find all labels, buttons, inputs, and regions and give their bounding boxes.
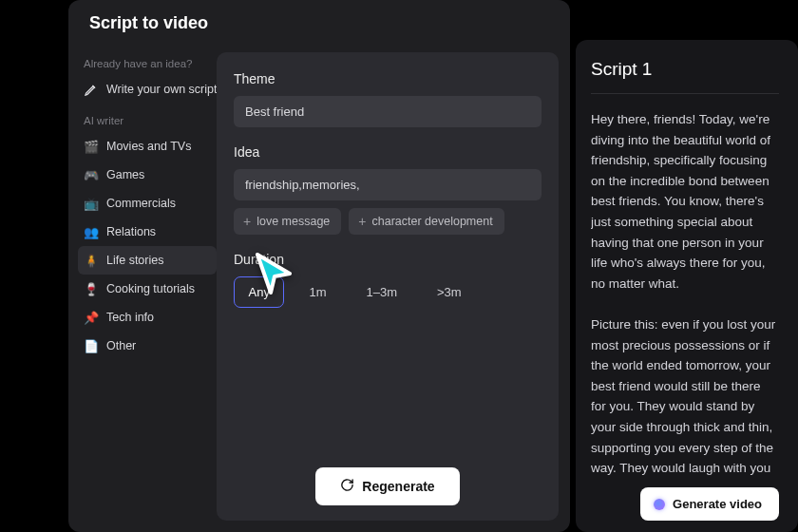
sparkle-icon [654,499,665,510]
sidebar-item-games[interactable]: 🎮Games [78,161,217,189]
panel-title: Script to video [89,13,549,33]
duration-label: Duration [234,252,542,267]
theme-label: Theme [234,71,542,86]
duration-option[interactable]: >3m [422,276,477,308]
generate-label: Generate video [673,497,762,511]
script-to-video-panel: Script to video Already have an idea? Wr… [68,0,570,532]
script-title: Script 1 [591,59,779,80]
panel-body: Already have an idea? Write your own scr… [68,45,570,532]
category-icon: 🎬 [84,139,99,154]
chip-label: love message [256,215,330,228]
idea-input[interactable] [234,169,542,200]
regenerate-button[interactable]: Regenerate [315,467,459,505]
sidebar-item-life-stories[interactable]: 🧍Life stories [78,246,217,275]
idea-label: Idea [234,144,542,160]
plus-icon: + [358,215,366,228]
sidebar-item-label: Life stories [106,254,163,267]
form-area: Theme Idea +love message+character devel… [217,52,559,521]
regenerate-wrap: Regenerate [234,452,542,505]
sidebar-prompt-heading: Already have an idea? [78,52,217,75]
sidebar-item-label: Tech info [106,311,154,324]
sidebar-item-label: Commercials [106,197,176,210]
sidebar-item-tech-info[interactable]: 📌Tech info [78,303,217,332]
category-icon: 📌 [84,310,99,325]
duration-option[interactable]: 1–3m [351,276,412,308]
duration-option[interactable]: 1m [294,276,341,308]
sidebar-write-own-script[interactable]: Write your own script [78,75,217,104]
sidebar-item-label: Games [106,168,144,181]
pencil-icon [84,82,99,97]
idea-suggestions: +love message+character development [234,208,542,235]
sidebar-item-label: Write your own script [106,83,217,96]
sidebar-item-label: Cooking tutorials [106,282,195,295]
category-icon: 🎮 [84,167,99,182]
sidebar: Already have an idea? Write your own scr… [68,45,217,532]
sidebar-item-label: Other [106,339,136,352]
category-icon: 📺 [84,196,99,211]
category-icon: 👥 [84,224,99,239]
category-icon: 🧍 [84,253,99,268]
sidebar-item-movies-and-tvs[interactable]: 🎬Movies and TVs [78,132,217,161]
plus-icon: + [243,215,251,228]
panel-header: Script to video [68,0,570,45]
duration-option[interactable]: Any [234,276,284,308]
generate-video-button[interactable]: Generate video [640,487,779,521]
app-root: Script to video Already have an idea? Wr… [0,0,798,532]
sidebar-item-other[interactable]: 📄Other [78,332,217,360]
refresh-icon [340,478,354,495]
category-icon: 🍷 [84,281,99,296]
theme-input[interactable] [234,96,542,127]
generate-wrap: Generate video [591,478,779,521]
script-preview-panel: Script 1 Hey there, friends! Today, we'r… [576,40,798,532]
script-body: Hey there, friends! Today, we're diving … [591,109,779,478]
chip-label: character development [372,215,493,228]
suggestion-chip[interactable]: +love message [234,208,341,235]
regenerate-label: Regenerate [362,479,434,494]
divider [591,93,779,94]
sidebar-item-label: Movies and TVs [106,140,191,153]
duration-options: Any1m1–3m>3m [234,276,542,308]
sidebar-item-relations[interactable]: 👥Relations [78,218,217,246]
sidebar-ai-heading: AI writer [78,109,217,132]
sidebar-item-cooking-tutorials[interactable]: 🍷Cooking tutorials [78,275,217,303]
suggestion-chip[interactable]: +character development [349,208,504,235]
sidebar-item-commercials[interactable]: 📺Commercials [78,189,217,218]
sidebar-item-label: Relations [106,225,156,238]
category-icon: 📄 [84,338,99,353]
